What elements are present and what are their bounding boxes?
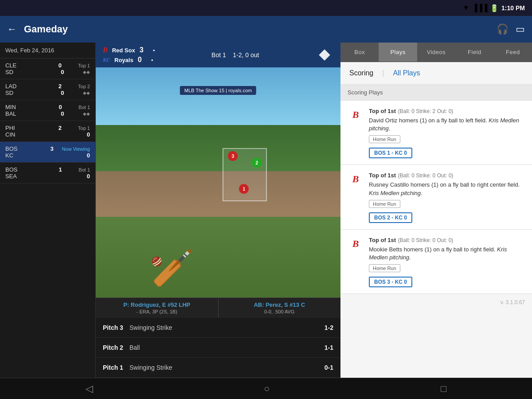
home-nav-button[interactable]: ○ [253, 379, 280, 398]
back-button[interactable]: ← [7, 23, 17, 35]
score-min: 0 [53, 104, 62, 110]
game-item-phi-cin[interactable]: PHI 2 Top 1 CIN 0 [0, 121, 95, 142]
status-bar: ▼ ▐▐▐ 🔋 1:10 PM [0, 0, 532, 16]
score-phi: 2 [53, 125, 62, 131]
pitch-location-1: 1 [239, 184, 249, 194]
play-desc-1: David Ortiz homers (1) on a fly ball to … [369, 117, 525, 133]
team2-name: Royals [114, 57, 133, 63]
team-cle: CLE [5, 62, 36, 69]
tab-bar: Box Plays Videos Field Feed [340, 43, 532, 62]
score-sea: 0 [81, 173, 90, 180]
game-item-lad-sd[interactable]: LAD 2 Top 2 SD 0 ◆◆ [0, 79, 95, 100]
tab-box[interactable]: Box [340, 43, 379, 62]
play-desc-2: Rusney Castillo homers (1) on a fly ball… [369, 181, 525, 197]
team2-row: KC Royals 0 ● [103, 56, 155, 64]
scoring-toggle: Scoring | All Plays [340, 62, 532, 85]
pitch-desc-3: Swinging Strike [129, 324, 316, 331]
tab-feed[interactable]: Feed [494, 43, 532, 62]
status-cle-sd: Top 1 [78, 63, 90, 68]
play-details-1: Top of 1st (Ball: 0 Strike: 2 Out: 0) Da… [369, 107, 525, 158]
scoring-toggle-btn[interactable]: Scoring [349, 68, 373, 78]
play-score-3: BOS 3 - KC 0 [369, 277, 412, 287]
top-bar: ← Gameday 🎧 ▭ [0, 16, 532, 43]
pitch-row-2: Pitch 2 Ball 1-1 [96, 338, 340, 358]
team-sea: SEA [5, 173, 36, 180]
pitch-count-2: 1-1 [316, 344, 333, 351]
team2-score: 0 [138, 56, 147, 64]
score-sd1: 0 [55, 69, 64, 75]
batter-label: AB: Perez, S #13 C [224, 301, 336, 308]
screen-icon[interactable]: ▭ [516, 23, 525, 35]
bos-logo-1: B [352, 109, 359, 121]
scoring-plays-header: Scoring Plays [340, 85, 532, 101]
play-tag-2: Home Run [369, 200, 400, 208]
team-bal: BAL [5, 110, 36, 117]
headphones-icon[interactable]: 🎧 [497, 23, 509, 35]
mlb-diamond-logo [316, 48, 333, 62]
inning-text-3: Top of 1st [369, 237, 396, 243]
play-logo-2: B [348, 171, 364, 187]
redsox-logo-text: B [103, 46, 108, 54]
plays-content: Scoring | All Plays Scoring Plays B Top … [340, 62, 532, 378]
pitch-location-2: 2 [252, 158, 262, 168]
team1-row: B Red Sox 3 ● [103, 46, 155, 54]
pitcher-label: P: Rodriguez, E #52 LHP [101, 301, 213, 308]
game-item-cle-sd[interactable]: CLE 0 Top 1 SD 0 ◆◆ [0, 59, 95, 79]
game-item-bos-sea[interactable]: BOS 1 Bot 1 SEA 0 [0, 163, 95, 184]
team-sd2: SD [5, 90, 36, 96]
inning-label: Bot 1 [211, 51, 226, 59]
play-tag-1: Home Run [369, 135, 400, 143]
status-lad-sd: Top 2 [78, 84, 90, 89]
pitch-num-1: Pitch 1 [103, 364, 129, 371]
sidebar: Wed, Feb 24, 2016 CLE 0 Top 1 SD 0 ◆◆ LA… [0, 43, 96, 378]
game-item-min-bal[interactable]: MIN 0 Bot 1 BAL 0 ◆◆ [0, 100, 95, 121]
tab-plays[interactable]: Plays [379, 43, 417, 62]
score-lad: 2 [53, 83, 62, 90]
team-kc: KC [5, 152, 36, 159]
score-bal: 0 [55, 110, 64, 117]
inning-text-2: Top of 1st [369, 172, 396, 179]
main-layout: Wed, Feb 24, 2016 CLE 0 Top 1 SD 0 ◆◆ LA… [0, 43, 532, 378]
score-bos2: 1 [53, 166, 62, 173]
status-icons: ▼ ▐▐▐ 🔋 1:10 PM [462, 4, 525, 12]
team-lad: LAD [5, 83, 36, 90]
toggle-divider: | [382, 69, 384, 77]
game-item-bos-kc[interactable]: BOS 3 Now Viewing KC 0 [0, 142, 95, 163]
team-min: MIN [5, 104, 36, 110]
pitch-location-3: 3 [228, 151, 238, 161]
play-details-3: Top of 1st (Ball: 0 Strike: 0 Out: 0) Mo… [369, 236, 525, 287]
team-sd1: SD [5, 69, 36, 75]
batter-sub: 0-0, .500 AVG [224, 309, 336, 314]
pitch-log: Pitch 3 Swinging Strike 1-2 Pitch 2 Ball… [96, 318, 340, 378]
team1-name: Red Sox [112, 47, 135, 54]
center-panel: B Red Sox 3 ● KC Royals 0 ● Bot 1 1-2, 0… [96, 43, 340, 378]
pitch-desc-1: Swinging Strike [129, 364, 316, 371]
score-dot-1: ● [153, 48, 155, 52]
team-cin: CIN [5, 131, 36, 138]
bos-logo-3: B [352, 238, 359, 250]
team1-score: 3 [140, 46, 149, 54]
play-item-2: B Top of 1st (Ball: 0 Strike: 0 Out: 0) … [340, 165, 532, 229]
pitch-zone: 1 2 3 [223, 148, 267, 201]
play-score-2: BOS 2 - KC 0 [369, 212, 412, 223]
pitch-count-1: 0-1 [316, 364, 333, 371]
status-time: 1:10 PM [501, 4, 525, 12]
pitcher-sub: - ERA, 3P (2S, 1B) [101, 309, 213, 314]
tab-field[interactable]: Field [455, 43, 493, 62]
team-bos2: BOS [5, 166, 36, 173]
play-inning-1: Top of 1st (Ball: 0 Strike: 2 Out: 0) [369, 107, 525, 115]
top-bar-icons: 🎧 ▭ [497, 23, 525, 35]
pitch-num-2: Pitch 2 [103, 344, 129, 351]
play-desc-3: Mookie Betts homers (1) on a fly ball to… [369, 246, 525, 262]
recent-nav-button[interactable]: □ [430, 379, 457, 398]
tab-videos[interactable]: Videos [417, 43, 455, 62]
play-item-1: B Top of 1st (Ball: 0 Strike: 2 Out: 0) … [340, 101, 532, 165]
all-plays-toggle-btn[interactable]: All Plays [393, 68, 420, 78]
inning-text-1: Top of 1st [369, 108, 396, 114]
score-bos: 3 [45, 145, 54, 152]
score-cin: 0 [81, 131, 90, 138]
play-item-3: B Top of 1st (Ball: 0 Strike: 0 Out: 0) … [340, 230, 532, 294]
ball-count-1: (Ball: 0 Strike: 2 Out: 0) [398, 108, 454, 114]
back-nav-button[interactable]: ◁ [75, 379, 104, 398]
team-phi: PHI [5, 125, 36, 131]
